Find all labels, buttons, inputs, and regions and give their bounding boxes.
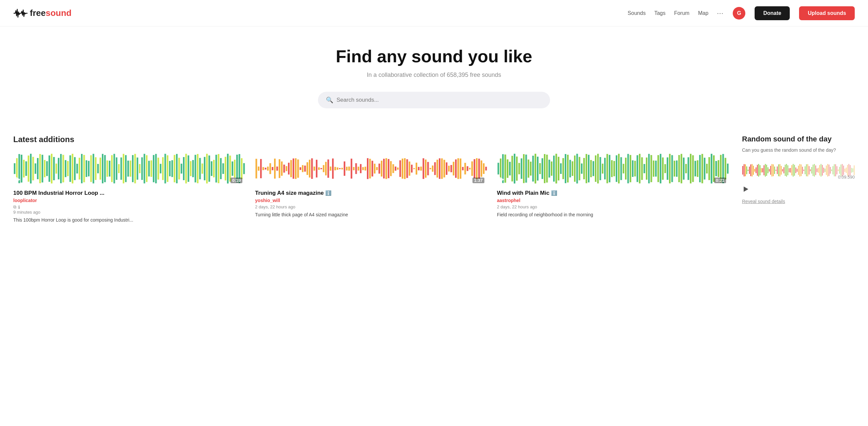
svg-marker-0 (744, 187, 748, 192)
card-desc: Field recording of neighborhood in the m… (497, 211, 729, 218)
hero-subtitle: In a collaborative collection of 658,395… (7, 71, 861, 78)
sidebar-title: Random sound of the day (742, 135, 855, 143)
search-bar: 🔍 (318, 92, 550, 108)
play-button[interactable] (500, 176, 507, 183)
latest-additions: Latest additions 0:19 100 BPM Industrial… (13, 135, 729, 224)
play-button[interactable] (258, 176, 265, 183)
latest-title: Latest additions (13, 135, 729, 144)
card-desc: Turning little thick page of A4 sized ma… (255, 211, 487, 218)
card-desc: This 100bpm Horror Loop is good for comp… (13, 217, 245, 224)
duration-badge: 0:19 (230, 177, 242, 183)
nav-right: Sounds Tags Forum Map ··· G Donate Uploa… (628, 6, 855, 20)
donate-button[interactable]: Donate (754, 6, 790, 20)
card-time: 9 minutes ago (13, 210, 245, 215)
navbar: freesound Sounds Tags Forum Map ··· G Do… (0, 0, 868, 27)
random-play-row (742, 186, 855, 194)
hero-title: Find any sound you like (7, 46, 861, 66)
random-duration: 0:09.590 (838, 174, 855, 179)
cards-grid: 0:19 100 BPM Industrial Horror Loop ... … (13, 152, 729, 224)
sidebar-subtitle: Can you guess the random sound of the da… (742, 147, 855, 154)
card-title: Wind with Plain Mic ℹ️ (497, 190, 729, 196)
duration-badge: 1:37 (472, 177, 485, 183)
upload-sounds-button[interactable]: Upload sounds (799, 6, 855, 20)
layers-icon: ⧉ (13, 204, 16, 210)
random-play-button[interactable] (742, 186, 749, 194)
hero-section: Find any sound you like In a collaborati… (0, 27, 868, 125)
nav-more-button[interactable]: ··· (717, 9, 724, 17)
duration-badge: 0:21 (714, 177, 726, 183)
sound-card[interactable]: 0:21 Wind with Plain Mic ℹ️ aastrophel 2… (497, 152, 729, 224)
waveform-container: 0:19 (13, 152, 245, 185)
nav-tags[interactable]: Tags (654, 10, 665, 16)
card-time: 2 days, 22 hours ago (497, 204, 729, 209)
sound-card[interactable]: 0:19 100 BPM Industrial Horror Loop ... … (13, 152, 245, 224)
nav-sounds[interactable]: Sounds (628, 10, 646, 16)
logo[interactable]: freesound (13, 6, 72, 21)
logo-sound: sound (46, 8, 72, 18)
card-title: Truning A4 size magazine ℹ️ (255, 190, 487, 196)
search-icon: 🔍 (326, 96, 333, 104)
card-author[interactable]: yoshio_will (255, 198, 487, 203)
sound-card[interactable]: 1:37 Truning A4 size magazine ℹ️ yoshio_… (255, 152, 487, 224)
nav-map[interactable]: Map (698, 10, 708, 16)
reveal-sound-link[interactable]: Reveal sound details (742, 199, 855, 204)
card-title: 100 BPM Industrial Horror Loop ... (13, 190, 245, 196)
info-icon: ℹ (18, 205, 20, 210)
sidebar: Random sound of the day Can you guess th… (742, 135, 855, 224)
card-time: 2 days, 22 hours ago (255, 204, 487, 209)
logo-free: free (30, 8, 46, 18)
waveform-container: 0:21 (497, 152, 729, 185)
waveform-container: 1:37 (255, 152, 487, 185)
card-author[interactable]: looplicator (13, 198, 245, 203)
random-waveform: 0:09.590 (742, 160, 855, 180)
user-avatar[interactable]: G (733, 7, 745, 20)
play-button[interactable] (16, 176, 23, 183)
nav-forum[interactable]: Forum (674, 10, 689, 16)
card-author[interactable]: aastrophel (497, 198, 729, 203)
nav-links: Sounds Tags Forum Map ··· (628, 9, 723, 17)
search-input[interactable] (337, 97, 542, 103)
main-content: Latest additions 0:19 100 BPM Industrial… (0, 125, 868, 233)
